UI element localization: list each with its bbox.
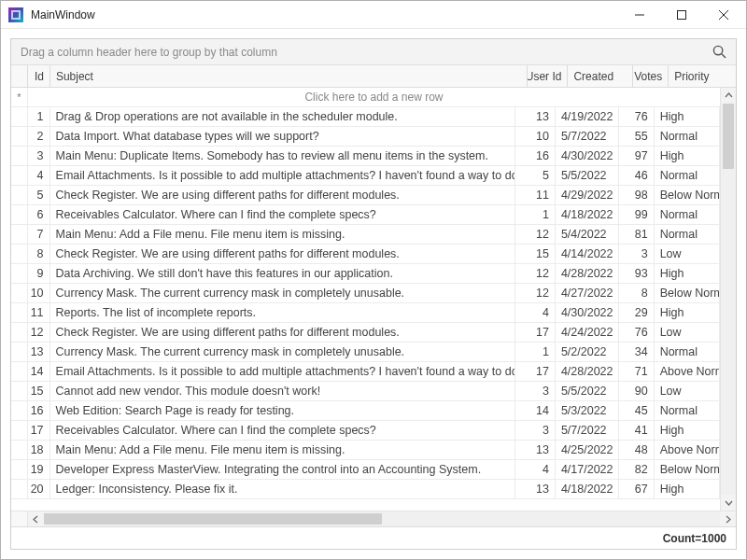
cell-votes[interactable]: 81 — [619, 225, 654, 244]
cell-user-id[interactable]: 1 — [515, 205, 556, 224]
vertical-scroll-thumb[interactable] — [723, 104, 734, 169]
cell-created[interactable]: 4/25/2022 — [556, 441, 619, 459]
cell-subject[interactable]: Web Edition: Search Page is ready for te… — [50, 401, 515, 420]
cell-user-id[interactable]: 3 — [515, 382, 556, 400]
table-row[interactable]: 1Drag & Drop operations are not availabl… — [11, 107, 720, 127]
cell-user-id[interactable]: 3 — [515, 421, 556, 440]
row-indicator[interactable] — [11, 323, 28, 342]
cell-user-id[interactable]: 15 — [515, 245, 556, 263]
cell-priority[interactable]: Above Normal — [655, 441, 720, 459]
cell-priority[interactable]: High — [655, 107, 720, 126]
vertical-scrollbar[interactable] — [720, 88, 736, 511]
row-indicator[interactable] — [11, 147, 28, 165]
table-row[interactable]: 4Email Attachments. Is it possible to ad… — [11, 166, 720, 186]
cell-priority[interactable]: Normal — [655, 127, 720, 146]
column-votes[interactable]: Votes — [633, 65, 669, 87]
table-row[interactable]: 11Reports. The list of incomplete report… — [11, 303, 720, 323]
cell-created[interactable]: 4/17/2022 — [556, 460, 619, 479]
table-row[interactable]: 16Web Edition: Search Page is ready for … — [11, 401, 720, 421]
cell-created[interactable]: 4/19/2022 — [556, 107, 619, 126]
table-row[interactable]: 8Check Register. We are using different … — [11, 245, 720, 264]
cell-created[interactable]: 4/30/2022 — [556, 303, 619, 322]
table-row[interactable]: 2Data Import. What database types will w… — [11, 127, 720, 147]
cell-votes[interactable]: 99 — [619, 205, 654, 224]
cell-id[interactable]: 16 — [28, 401, 50, 420]
cell-votes[interactable]: 55 — [619, 127, 654, 146]
cell-user-id[interactable]: 4 — [515, 303, 556, 322]
rows-viewport[interactable]: * Click here to add a new row 1Drag & Dr… — [11, 88, 720, 511]
cell-priority[interactable]: Low — [655, 382, 720, 400]
row-indicator[interactable] — [11, 107, 28, 126]
row-indicator[interactable] — [11, 362, 28, 381]
cell-id[interactable]: 18 — [28, 441, 50, 459]
cell-subject[interactable]: Main Menu: Add a File menu. File menu it… — [50, 225, 515, 244]
cell-user-id[interactable]: 13 — [515, 107, 556, 126]
cell-subject[interactable]: Data Archiving. We still don't have this… — [50, 264, 515, 283]
table-row[interactable]: 6Receivables Calculator. Where can I fin… — [11, 205, 720, 225]
table-row[interactable]: 12Check Register. We are using different… — [11, 323, 720, 343]
cell-created[interactable]: 4/24/2022 — [556, 323, 619, 342]
cell-votes[interactable]: 98 — [619, 186, 654, 204]
cell-created[interactable]: 5/5/2022 — [556, 166, 619, 185]
cell-priority[interactable]: Below Normal — [655, 186, 720, 204]
cell-votes[interactable]: 82 — [619, 460, 654, 479]
cell-subject[interactable]: Email Attachments. Is it possible to add… — [50, 362, 515, 381]
table-row[interactable]: 17Receivables Calculator. Where can I fi… — [11, 421, 720, 441]
cell-subject[interactable]: Email Attachments. Is it possible to add… — [50, 166, 515, 185]
cell-user-id[interactable]: 1 — [515, 343, 556, 361]
cell-subject[interactable]: Receivables Calculator. Where can I find… — [50, 421, 515, 440]
horizontal-scroll-track[interactable] — [44, 511, 720, 526]
column-priority[interactable]: Priority — [669, 65, 736, 87]
cell-votes[interactable]: 41 — [619, 421, 654, 440]
table-row[interactable]: 3Main Menu: Duplicate Items. Somebody ha… — [11, 147, 720, 166]
table-row[interactable]: 5Check Register. We are using different … — [11, 186, 720, 205]
cell-created[interactable]: 4/30/2022 — [556, 147, 619, 165]
cell-priority[interactable]: High — [655, 303, 720, 322]
cell-priority[interactable]: High — [655, 264, 720, 283]
row-indicator[interactable] — [11, 245, 28, 263]
cell-id[interactable]: 17 — [28, 421, 50, 440]
column-created[interactable]: Created — [568, 65, 633, 87]
cell-subject[interactable]: Main Menu: Add a File menu. File menu it… — [50, 441, 515, 459]
column-id[interactable]: Id — [28, 65, 50, 87]
cell-user-id[interactable]: 13 — [515, 441, 556, 459]
cell-priority[interactable]: Normal — [655, 401, 720, 420]
cell-subject[interactable]: Receivables Calculator. Where can I find… — [50, 205, 515, 224]
data-grid[interactable]: Drag a column header here to group by th… — [10, 38, 737, 550]
cell-user-id[interactable]: 12 — [515, 225, 556, 244]
table-row[interactable]: 7Main Menu: Add a File menu. File menu i… — [11, 225, 720, 245]
cell-subject[interactable]: Ledger: Inconsistency. Please fix it. — [50, 480, 515, 498]
cell-id[interactable]: 2 — [28, 127, 50, 146]
cell-subject[interactable]: Drag & Drop operations are not available… — [50, 107, 515, 126]
row-indicator[interactable] — [11, 303, 28, 322]
cell-id[interactable]: 20 — [28, 480, 50, 498]
cell-user-id[interactable]: 11 — [515, 186, 556, 204]
maximize-button[interactable] — [660, 2, 702, 28]
cell-user-id[interactable]: 4 — [515, 460, 556, 479]
cell-id[interactable]: 9 — [28, 264, 50, 283]
cell-created[interactable]: 5/3/2022 — [556, 401, 619, 420]
cell-created[interactable]: 4/27/2022 — [556, 284, 619, 302]
scroll-down-button[interactable] — [721, 495, 736, 511]
row-indicator[interactable] — [11, 401, 28, 420]
close-button[interactable] — [702, 2, 744, 28]
cell-votes[interactable]: 93 — [619, 264, 654, 283]
cell-subject[interactable]: Currency Mask. The current currency mask… — [50, 284, 515, 302]
cell-id[interactable]: 4 — [28, 166, 50, 185]
row-indicator[interactable] — [11, 441, 28, 459]
horizontal-scroll-thumb[interactable] — [44, 513, 382, 525]
cell-user-id[interactable]: 5 — [515, 166, 556, 185]
column-user-id[interactable]: User Id — [528, 65, 569, 87]
cell-id[interactable]: 6 — [28, 205, 50, 224]
row-indicator[interactable] — [11, 382, 28, 400]
cell-priority[interactable]: Normal — [655, 225, 720, 244]
row-indicator[interactable] — [11, 421, 28, 440]
cell-subject[interactable]: Currency Mask. The current currency mask… — [50, 343, 515, 361]
cell-votes[interactable]: 48 — [619, 441, 654, 459]
table-row[interactable]: 14Email Attachments. Is it possible to a… — [11, 362, 720, 382]
cell-id[interactable]: 14 — [28, 362, 50, 381]
cell-id[interactable]: 11 — [28, 303, 50, 322]
cell-id[interactable]: 13 — [28, 343, 50, 361]
row-indicator[interactable] — [11, 460, 28, 479]
cell-id[interactable]: 5 — [28, 186, 50, 204]
